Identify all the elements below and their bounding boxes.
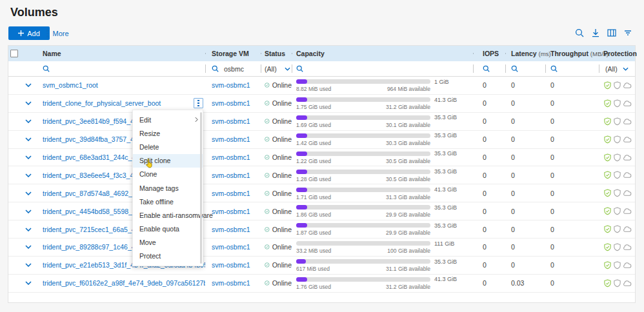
context-menu-item[interactable]: Manage tags xyxy=(133,181,203,195)
row-expand-chevron-icon[interactable] xyxy=(25,119,32,123)
table-row: trident_pvc_f60162e2_a98f_4e74_9deb_097c… xyxy=(8,275,635,293)
show-hide-columns-icon[interactable] xyxy=(607,28,616,37)
col-header-latency[interactable]: Latency (ms) xyxy=(505,50,545,57)
capacity-available: 29.9 GiB available xyxy=(386,229,430,236)
row-expand-chevron-icon[interactable] xyxy=(25,191,32,195)
storage-vm-link[interactable]: svm-osbmc1 xyxy=(212,261,261,269)
capacity-bar-fill xyxy=(296,205,307,210)
capacity-bar xyxy=(296,241,430,246)
context-menu-item[interactable]: Clone xyxy=(133,168,203,181)
row-expand-chevron-icon[interactable] xyxy=(25,210,32,213)
capacity-bar-fill xyxy=(296,79,307,84)
row-expand-chevron-icon[interactable] xyxy=(25,263,32,267)
capacity-available: 31.2 GiB available xyxy=(386,104,430,110)
capacity-total: 35.3 GiB xyxy=(434,258,457,265)
context-menu-item[interactable]: Enable anti-ransomware xyxy=(133,208,203,222)
table-header-row: Name Storage VM Status Capacity IOPS Lat… xyxy=(8,46,635,61)
context-menu-item[interactable]: Enable quota xyxy=(133,222,203,236)
protection-shield-icon xyxy=(613,207,621,215)
volume-name-link[interactable]: trident_clone_for_physical_server_boot xyxy=(43,99,205,107)
latency-value: 0 xyxy=(505,261,545,269)
protection-shield-icon xyxy=(613,99,621,108)
context-menu-item[interactable]: Delete xyxy=(133,140,203,153)
storage-vm-link[interactable]: svm-osbmc1 xyxy=(212,243,261,251)
context-menu-item[interactable]: Edit xyxy=(133,113,203,126)
protection-shield-check-icon xyxy=(603,279,612,288)
filter-icon[interactable] xyxy=(623,28,632,37)
context-menu-item[interactable]: Protect xyxy=(133,249,203,263)
menu-item-label: Protect xyxy=(139,252,161,260)
capacity-bar-fill xyxy=(296,170,307,174)
storage-vm-link[interactable]: svm-osbmc1 xyxy=(212,99,261,107)
throughput-value: 0 xyxy=(545,99,599,107)
row-expand-chevron-icon[interactable] xyxy=(25,83,32,87)
context-menu-item[interactable]: Resize xyxy=(133,126,203,140)
capacity-bar xyxy=(296,97,430,102)
latency-filter[interactable] xyxy=(505,61,545,76)
col-header-status[interactable]: Status xyxy=(261,50,292,57)
storage-vm-link[interactable]: svm-osbmc1 xyxy=(212,226,261,233)
throughput-filter[interactable] xyxy=(545,61,599,76)
search-icon[interactable] xyxy=(575,28,584,37)
capacity-filter[interactable] xyxy=(292,61,473,76)
row-expand-chevron-icon[interactable] xyxy=(25,245,32,249)
protection-shield-check-icon xyxy=(603,243,612,251)
volumes-table: Name Storage VM Status Capacity IOPS Lat… xyxy=(8,45,636,303)
storage-vm-link[interactable]: svm-osbmc1 xyxy=(212,208,261,215)
context-menu-item[interactable]: Move xyxy=(133,236,203,249)
row-expand-chevron-icon[interactable] xyxy=(25,155,32,159)
throughput-value: 0 xyxy=(545,190,599,197)
capacity-bar xyxy=(296,223,430,228)
storage-vm-link[interactable]: svm-osbmc1 xyxy=(212,153,261,161)
protection-filter-dropdown[interactable]: (All) xyxy=(599,61,635,76)
col-header-iops[interactable]: IOPS xyxy=(473,50,505,57)
row-expand-chevron-icon[interactable] xyxy=(25,101,32,105)
latency-value: 0 xyxy=(505,153,545,161)
menu-item-label: Delete xyxy=(139,143,159,151)
menu-item-label: Resize xyxy=(139,130,160,137)
storage-vm-link[interactable]: svm-osbmc1 xyxy=(212,117,261,125)
storage-vm-filter[interactable]: osbmc xyxy=(205,61,261,76)
status-label: Online xyxy=(272,261,292,269)
status-label: Online xyxy=(272,135,292,143)
storage-vm-link[interactable]: svm-osbmc1 xyxy=(212,171,261,179)
storage-vm-link[interactable]: svm-osbmc1 xyxy=(212,135,261,143)
iops-value: 0 xyxy=(473,99,505,107)
latency-value: 0.03 xyxy=(505,279,545,287)
iops-value: 0 xyxy=(473,171,505,179)
iops-filter[interactable] xyxy=(473,61,505,76)
row-expand-chevron-icon[interactable] xyxy=(25,173,32,177)
row-actions-kebab-button[interactable] xyxy=(194,98,203,108)
more-button[interactable]: More xyxy=(46,28,69,39)
storage-vm-link[interactable]: svm-osbmc1 xyxy=(212,279,261,287)
table-filter-row: osbmc (All) (All) xyxy=(8,61,635,77)
capacity-available: 30.1 GiB available xyxy=(386,122,430,128)
table-row: trident_pvc_e21eb513_3d1f_4b4f_afa2_0af6… xyxy=(8,257,635,275)
menu-item-label: Enable quota xyxy=(139,225,179,233)
status-online-icon xyxy=(265,153,270,161)
name-filter[interactable] xyxy=(38,61,205,76)
add-button-label: Add xyxy=(27,30,40,37)
context-menu-item[interactable]: Take offline xyxy=(133,195,203,208)
storage-vm-link[interactable]: svm-osbmc1 xyxy=(212,190,261,197)
iops-filter-search-icon xyxy=(483,65,490,72)
volume-name-link[interactable]: trident_pvc_f60162e2_a98f_4e74_9deb_097c… xyxy=(43,279,205,287)
select-all-checkbox[interactable] xyxy=(10,50,18,57)
context-menu-scrollbar[interactable] xyxy=(200,112,202,264)
row-expand-chevron-icon[interactable] xyxy=(25,137,32,141)
download-icon[interactable] xyxy=(591,28,600,37)
col-header-storage-vm[interactable]: Storage VM xyxy=(205,50,261,57)
col-header-capacity[interactable]: Capacity xyxy=(292,50,473,57)
volume-name-link[interactable]: svm_osbmc1_root xyxy=(43,81,205,89)
row-expand-chevron-icon[interactable] xyxy=(25,281,32,285)
protection-cloud-icon xyxy=(623,153,632,162)
col-header-protection[interactable]: Protection xyxy=(599,50,635,57)
storage-vm-link[interactable]: svm-osbmc1 xyxy=(212,81,261,89)
status-online-icon xyxy=(265,226,270,233)
row-expand-chevron-icon[interactable] xyxy=(25,228,32,231)
add-button[interactable]: Add xyxy=(8,26,50,40)
menu-item-label: Move xyxy=(139,239,156,246)
col-header-throughput[interactable]: Throughput (MB/s) xyxy=(545,50,599,57)
status-filter-dropdown[interactable]: (All) xyxy=(261,61,292,76)
col-header-name[interactable]: Name xyxy=(38,50,205,57)
